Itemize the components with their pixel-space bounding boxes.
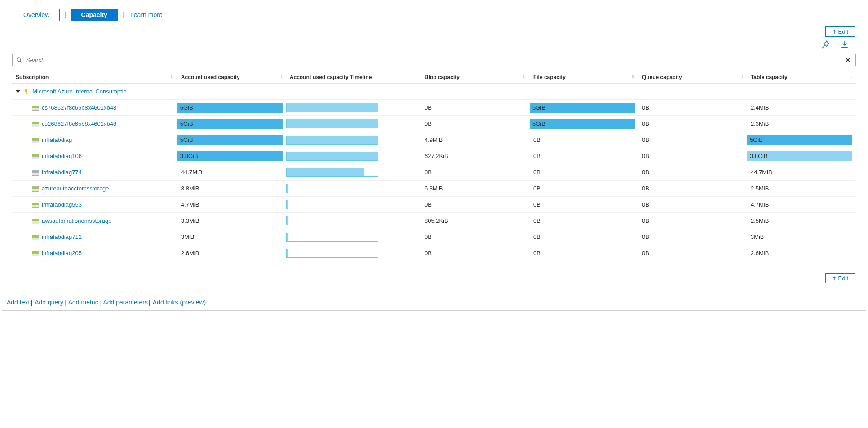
cell-value: 3.8GiB [750, 153, 768, 159]
svg-rect-31 [32, 238, 39, 240]
storage-account-link[interactable]: infralabdiag106 [42, 153, 82, 159]
svg-rect-7 [32, 108, 39, 110]
cell-value: 44.7MiB [177, 164, 286, 181]
svg-rect-19 [32, 173, 39, 175]
cell-value: 0B [530, 132, 638, 148]
storage-icon [32, 251, 39, 256]
add-query-link[interactable]: Add query [35, 299, 63, 306]
svg-rect-4 [26, 93, 28, 94]
cell-value: 0B [638, 116, 747, 132]
capacity-table: Subscription↑↓ Account used capacity↑↓ A… [12, 71, 856, 261]
svg-rect-9 [32, 122, 39, 124]
cell-value: 0B [638, 164, 747, 181]
svg-line-1 [20, 61, 22, 62]
storage-account-link[interactable]: awsautomationomsstorage [42, 217, 111, 224]
svg-rect-22 [32, 189, 39, 191]
cell-value: 0B [421, 229, 530, 245]
svg-rect-16 [32, 157, 39, 159]
cell-value: 0B [530, 148, 638, 164]
col-table[interactable]: Table capacity↑↓ [747, 71, 856, 84]
svg-rect-13 [32, 141, 39, 143]
storage-icon [32, 235, 39, 240]
learn-more-link[interactable]: Learn more [128, 11, 163, 18]
cell-value: 0B [530, 245, 638, 261]
cell-value: 4.9MiB [421, 132, 530, 148]
edit-button-bottom[interactable]: Edit [825, 273, 855, 283]
svg-rect-25 [32, 205, 39, 207]
cell-value: 805.2KiB [421, 213, 530, 229]
table-row: infralabdiag7123MiB0B0B0B3MiB [12, 229, 856, 245]
cell-value: 44.7MiB [747, 164, 856, 181]
cell-value: 2.4MiB [747, 100, 856, 116]
tab-overview[interactable]: Overview [13, 9, 60, 21]
storage-account-link[interactable]: infralabdiag553 [42, 201, 82, 208]
search-input-wrap[interactable]: ✕ [12, 54, 856, 66]
cell-value: 2.5MiB [747, 181, 856, 197]
cell-value: 0B [638, 229, 747, 245]
col-file[interactable]: File capacity↑↓ [530, 71, 638, 84]
storage-account-link[interactable]: cs268627f8c65b8x4601xb48 [42, 120, 116, 127]
storage-account-link[interactable]: cs768627f8c65b8x4601xb48 [42, 104, 116, 111]
svg-rect-28 [32, 221, 39, 224]
table-row: infralabdiag1063.8GiB627.2KiB0B0B3.8GiB [12, 148, 856, 164]
search-icon [16, 57, 22, 63]
cell-value: 2.5MiB [747, 213, 856, 229]
cell-value: 0B [530, 164, 638, 181]
storage-icon [32, 170, 39, 176]
cell-value: 5GiB [750, 137, 763, 143]
cell-value: 2.6MiB [177, 245, 286, 261]
add-parameters-link[interactable]: Add parameters [103, 299, 148, 306]
table-row: awsautomationomsstorage3.3MiB805.2KiB0B0… [12, 213, 856, 229]
cell-value: 5GiB [532, 104, 545, 111]
col-subscription[interactable]: Subscription↑↓ [12, 71, 177, 84]
key-icon [24, 88, 30, 95]
cell-value: 6.3MiB [421, 181, 530, 197]
search-input[interactable] [25, 56, 844, 64]
storage-icon [32, 106, 39, 111]
cell-value: 0B [421, 164, 530, 181]
arrow-up-icon [832, 276, 837, 281]
col-queue[interactable]: Queue capacity↑↓ [638, 71, 747, 84]
add-metric-link[interactable]: Add metric [68, 299, 98, 306]
download-icon[interactable] [841, 40, 849, 50]
storage-icon [32, 219, 39, 224]
pin-icon[interactable] [822, 40, 830, 50]
add-links-link[interactable]: Add links (preview) [153, 299, 206, 306]
cell-value: 0B [638, 181, 747, 197]
svg-rect-18 [32, 171, 39, 172]
storage-icon [32, 138, 39, 143]
add-text-link[interactable]: Add text [7, 299, 30, 306]
cell-value: 627.2KiB [421, 148, 530, 164]
table-row: cs268627f8c65b8x4601xb485GiB0B5GiB0B2.3M… [12, 116, 856, 132]
cell-value: 0B [530, 213, 638, 229]
edit-button-top[interactable]: Edit [825, 26, 855, 37]
arrow-up-icon [832, 30, 837, 34]
cell-value: 0B [421, 116, 530, 132]
table-row: cs768627f8c65b8x4601xb485GiB0B5GiB0B2.4M… [12, 100, 856, 116]
cell-value: 0B [638, 100, 747, 116]
subscription-group-row[interactable]: Microsoft Azure Internal Consumptio [12, 84, 856, 100]
svg-rect-24 [32, 203, 39, 205]
storage-icon [32, 186, 39, 192]
storage-account-link[interactable]: infralabdiag [42, 137, 72, 143]
storage-account-link[interactable]: azureautoacctomsstorage [42, 185, 109, 192]
svg-rect-27 [32, 219, 39, 221]
col-timeline[interactable]: Account used capacity Timeline [286, 71, 421, 84]
tab-capacity[interactable]: Capacity [71, 9, 118, 21]
cell-value: 5GiB [532, 120, 545, 127]
storage-account-link[interactable]: infralabdiag712 [42, 234, 82, 240]
storage-account-link[interactable]: infralabdiag205 [42, 250, 82, 256]
storage-icon [32, 203, 39, 208]
col-blob[interactable]: Blob capacity↑↓ [421, 71, 530, 84]
svg-point-0 [17, 57, 21, 61]
col-account-used[interactable]: Account used capacity↑↓ [177, 71, 286, 84]
svg-rect-33 [32, 252, 39, 253]
storage-account-link[interactable]: infralabdiag774 [42, 169, 82, 176]
clear-search-icon[interactable]: ✕ [844, 56, 852, 64]
cell-value: 0B [421, 245, 530, 261]
storage-icon [32, 122, 39, 127]
cell-value: 3.8GiB [180, 153, 198, 159]
table-row: azureautoacctomsstorage8.8MiB6.3MiB0B0B2… [12, 181, 856, 197]
svg-rect-30 [32, 235, 39, 237]
svg-rect-34 [32, 254, 39, 256]
